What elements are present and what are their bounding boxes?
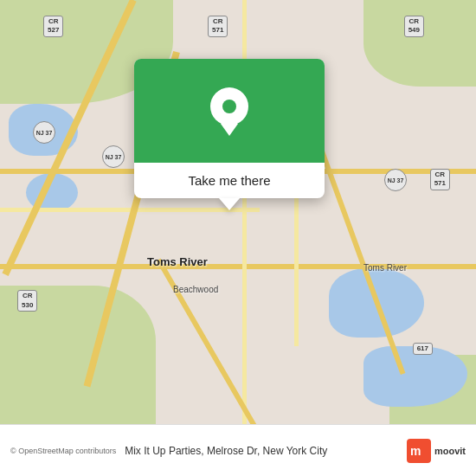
nj-37-right-badge: NJ 37 bbox=[384, 169, 407, 191]
toms-river-label: Toms River bbox=[147, 255, 208, 268]
cr-571-right-badge: CR571 bbox=[430, 169, 450, 190]
moovit-logo-icon: m bbox=[407, 439, 431, 463]
location-pin-icon bbox=[210, 87, 248, 134]
take-me-there-button[interactable]: Take me there bbox=[148, 173, 311, 188]
pin-circle bbox=[210, 87, 248, 125]
bottom-bar: © OpenStreetMap contributors Mix It Up P… bbox=[0, 424, 476, 476]
green-area bbox=[363, 0, 476, 87]
moovit-logo[interactable]: m moovit bbox=[407, 439, 466, 463]
nj-37-mid-badge: NJ 37 bbox=[102, 145, 125, 168]
popup-button-area: Take me there bbox=[134, 163, 325, 198]
pin-tail bbox=[221, 124, 238, 136]
location-popup: Take me there bbox=[134, 59, 325, 198]
cr-617-badge: 617 bbox=[413, 343, 433, 355]
cr-549-badge: CR549 bbox=[404, 16, 424, 37]
cr-527-badge: CR527 bbox=[43, 16, 63, 37]
location-description: Mix It Up Parties, Melrose Dr, New York … bbox=[125, 445, 398, 457]
map-container[interactable]: CR527 CR571 CR549 CR571 CR530 617 NJ 37 … bbox=[0, 0, 476, 424]
popup-caret bbox=[219, 198, 240, 210]
svg-text:m: m bbox=[410, 444, 421, 458]
moovit-svg: m bbox=[410, 442, 428, 460]
cr-530-badge: CR530 bbox=[17, 290, 37, 312]
moovit-text: moovit bbox=[434, 446, 466, 456]
beachwood-label: Beachwood bbox=[173, 285, 218, 294]
toms-river-water-label: Toms River bbox=[363, 263, 407, 273]
cr-571-top-badge: CR571 bbox=[208, 16, 228, 37]
popup-header bbox=[134, 59, 325, 163]
nj-37-left-badge: NJ 37 bbox=[33, 121, 55, 144]
pin-inner bbox=[222, 100, 236, 113]
osm-attribution: © OpenStreetMap contributors bbox=[10, 447, 116, 455]
